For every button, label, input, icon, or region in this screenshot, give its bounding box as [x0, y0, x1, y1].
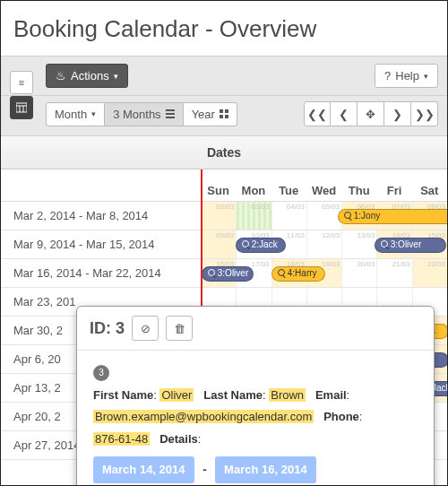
- cancel-button[interactable]: ⊘: [132, 316, 159, 341]
- day-mon: Mon: [236, 178, 271, 201]
- details-label: Details: [159, 432, 198, 446]
- booking-pill[interactable]: 2:Jack: [236, 238, 286, 253]
- range-3months-button[interactable]: 3 Months: [105, 102, 183, 126]
- day-sun: Sun: [201, 178, 236, 201]
- table-row: Mar 16, 2014 - Mar 22, 2014 16/03 17/03 …: [1, 259, 447, 288]
- nav-today-button[interactable]: ✥: [358, 101, 384, 126]
- toolbar-row-2: Month▾ 3 Months Year ❮❮ ❮ ✥ ❯ ❯❯: [1, 96, 447, 136]
- help-icon: ?: [384, 69, 391, 82]
- nav-group: ❮❮ ❮ ✥ ❯ ❯❯: [304, 101, 438, 126]
- nav-next-button[interactable]: ❯: [384, 101, 411, 126]
- range-month-button[interactable]: Month▾: [46, 102, 105, 126]
- nav-last-button[interactable]: ❯❯: [411, 101, 438, 126]
- row-label: Mar 9, 2014 - Mar 15, 2014: [1, 238, 201, 251]
- page-title: Booking Calendar - Overview: [1, 1, 447, 56]
- caret-down-icon: ▾: [114, 72, 118, 81]
- help-button[interactable]: ? Help ▾: [375, 64, 438, 88]
- phone-value: 876-61-48: [93, 432, 150, 446]
- help-label: Help: [395, 69, 419, 82]
- delete-button[interactable]: 🗑: [166, 316, 193, 341]
- date-to-pill: March 16, 2014: [215, 456, 316, 484]
- table-row: Mar 9, 2014 - Mar 15, 2014 09/03 10/03 1…: [1, 230, 447, 259]
- trash-icon: 🗑: [174, 322, 185, 335]
- flame-icon: ♨: [56, 69, 66, 82]
- booking-pill[interactable]: 1:Jony: [338, 209, 448, 224]
- dates-header: Dates: [1, 136, 447, 169]
- phone-label: Phone: [323, 410, 359, 423]
- svg-rect-0: [16, 103, 27, 112]
- id-badge: 3: [93, 365, 109, 381]
- table-row: Mar 2, 2014 - Mar 8, 2014 02/03 03/03 04…: [1, 202, 447, 230]
- actions-button[interactable]: ♨ Actions ▾: [46, 64, 128, 88]
- booking-pill[interactable]: 4:Harry: [271, 266, 325, 282]
- prohibit-icon: ⊘: [141, 322, 151, 335]
- last-name-label: Last Name: [203, 388, 263, 402]
- view-calendar-button[interactable]: [10, 96, 33, 119]
- range-year-button[interactable]: Year: [184, 102, 237, 126]
- grid-icon: [220, 109, 228, 118]
- booking-pill[interactable]: 3:Oliver: [375, 238, 446, 253]
- nav-first-button[interactable]: ❮❮: [304, 101, 331, 126]
- caret-down-icon: ▾: [91, 109, 96, 118]
- email-label: Email: [315, 388, 347, 402]
- day-wed: Wed: [306, 178, 341, 201]
- email-value: Brown.example@wpbookingcalendar.com: [93, 410, 314, 423]
- day-thu: Thu: [341, 178, 376, 201]
- booking-popup: ID: 3 ⊘ 🗑 3 First Name: Oliver Last Name…: [76, 306, 435, 486]
- list-icon: [166, 109, 175, 118]
- svg-rect-8: [225, 109, 228, 113]
- popup-id-label: ID: 3: [90, 319, 125, 338]
- date-dash: -: [202, 463, 206, 476]
- svg-rect-10: [225, 115, 228, 118]
- toolbar: ♨ Actions ▾ ? Help ▾: [1, 56, 447, 96]
- day-sat: Sat: [412, 178, 447, 201]
- view-list-button[interactable]: ≡: [10, 71, 33, 94]
- date-from-pill: March 14, 2014: [93, 456, 194, 484]
- svg-rect-4: [166, 109, 175, 111]
- svg-rect-6: [166, 117, 175, 118]
- first-name-label: First Name: [93, 388, 153, 402]
- booking-pill[interactable]: 3:Oliver: [202, 266, 254, 282]
- day-tue: Tue: [271, 178, 306, 201]
- actions-label: Actions: [71, 69, 109, 82]
- row-label: Mar 2, 2014 - Mar 8, 2014: [1, 209, 201, 222]
- nav-prev-button[interactable]: ❮: [331, 101, 358, 126]
- svg-rect-7: [220, 109, 223, 113]
- day-fri: Fri: [376, 178, 411, 201]
- svg-rect-5: [166, 113, 175, 115]
- svg-rect-9: [220, 115, 223, 118]
- caret-down-icon: ▾: [424, 72, 428, 81]
- range-group: Month▾ 3 Months Year: [46, 102, 237, 126]
- last-name-value: Brown: [269, 388, 306, 402]
- row-label: Mar 16, 2014 - Mar 22, 2014: [1, 266, 201, 280]
- first-name-value: Oliver: [159, 388, 194, 402]
